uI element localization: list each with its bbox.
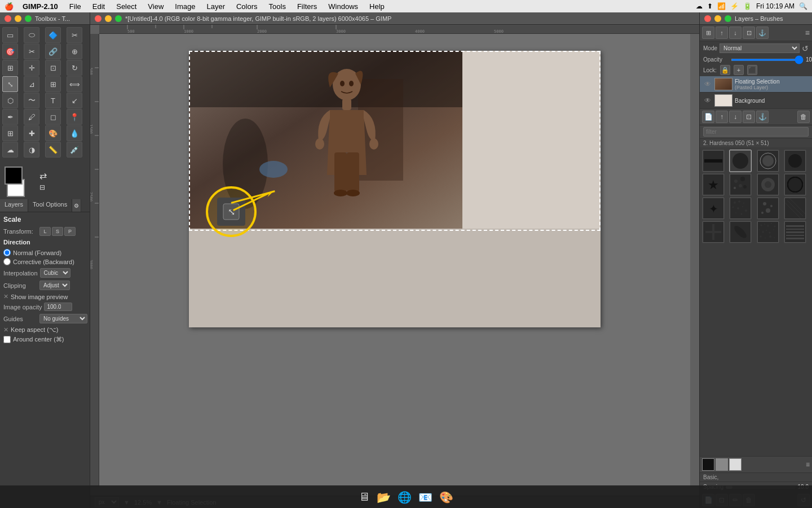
dock-item-2[interactable]: 📂 xyxy=(377,491,391,504)
mode-select[interactable]: Normal Multiply Screen xyxy=(720,43,800,53)
brush-item-1[interactable] xyxy=(702,150,725,172)
tool-warp-transform[interactable]: 〜 xyxy=(24,93,39,108)
transform-path-btn[interactable]: P xyxy=(64,227,76,236)
tool-smudge[interactable]: ☁ xyxy=(2,142,18,157)
new-layer-btn[interactable]: 📄 xyxy=(702,111,714,123)
spotlight-icon[interactable]: 🔍 xyxy=(799,2,807,10)
tool-pencil[interactable]: ✒ xyxy=(2,109,18,125)
tool-free-select[interactable]: 🔷 xyxy=(45,27,61,43)
layer-visibility-background[interactable]: 👁 xyxy=(703,96,712,105)
minimize-button[interactable] xyxy=(15,15,21,22)
brush-item-3[interactable] xyxy=(757,150,779,172)
duplicate-layer-action-btn[interactable]: ⊡ xyxy=(743,111,755,123)
keep-aspect-row[interactable]: ✕ Keep aspect (⌥) xyxy=(3,326,86,334)
select-menu[interactable]: Select xyxy=(114,2,139,11)
bg-color-swatch-right[interactable] xyxy=(729,458,742,471)
opacity-slider[interactable] xyxy=(731,59,804,61)
brushes-filter-input[interactable] xyxy=(703,127,809,137)
dock-item-4[interactable]: 📧 xyxy=(418,491,433,504)
apple-menu[interactable]: 🍎 xyxy=(5,2,14,11)
tool-crop[interactable]: ⊡ xyxy=(45,60,61,76)
canvas-area[interactable]: 500 1000 2000 3000 4000 5000 xyxy=(90,25,699,496)
clipping-select[interactable]: Adjust Clip xyxy=(39,281,70,290)
tool-fuzzy-border[interactable]: ⊕ xyxy=(67,43,82,59)
anchor-layer-btn[interactable]: ⚓ xyxy=(756,27,769,39)
tool-flip[interactable]: ⟺ xyxy=(67,76,82,92)
tool-text[interactable]: T xyxy=(45,93,61,108)
tool-scale[interactable]: ⤡ xyxy=(2,76,18,92)
anchor-layer-action-btn[interactable]: ⚓ xyxy=(756,111,769,123)
reset-colors-icon[interactable]: ⊟ xyxy=(39,183,47,191)
brush-item-10[interactable] xyxy=(729,197,752,220)
dock-item-gimp[interactable]: 🎨 xyxy=(439,491,453,504)
swap-colors-icon[interactable]: ⇄ xyxy=(39,170,47,181)
right-panel-maximize[interactable] xyxy=(725,15,731,22)
direction-normal-row[interactable]: Normal (Forward) xyxy=(3,249,74,256)
colors-menu[interactable]: Colors xyxy=(234,2,260,11)
canvas-minimize-button[interactable] xyxy=(105,15,112,22)
brush-item-8[interactable] xyxy=(784,173,806,196)
tool-paintbrush[interactable]: 🖊 xyxy=(24,109,39,125)
close-button[interactable] xyxy=(5,15,11,22)
dock-item-1[interactable]: 🖥 xyxy=(359,491,370,503)
tool-ellipse-select[interactable]: ⬭ xyxy=(24,27,39,43)
tool-heal[interactable]: ✚ xyxy=(24,125,39,141)
help-menu[interactable]: Help xyxy=(367,2,387,11)
image-menu[interactable]: Image xyxy=(173,2,197,11)
tool-hand[interactable]: ↙ xyxy=(67,93,82,108)
tool-move[interactable]: ✛ xyxy=(24,60,39,76)
tool-perspective[interactable]: ⊞ xyxy=(45,76,61,92)
tool-rotate[interactable]: ↻ xyxy=(67,60,82,76)
tool-dodge-burn[interactable]: ◑ xyxy=(24,142,39,157)
mode-reset-btn[interactable]: ↺ xyxy=(802,44,809,53)
tool-blur-sharpen[interactable]: 💧 xyxy=(67,125,82,141)
tool-shear[interactable]: ⊿ xyxy=(24,76,39,92)
lower-layer-btn[interactable]: ↓ xyxy=(729,27,742,39)
brush-item-12[interactable] xyxy=(784,197,806,220)
file-menu[interactable]: File xyxy=(67,2,83,11)
layer-item-floating[interactable]: 👁 Floating Selection (Paste xyxy=(700,76,812,93)
brush-item-14[interactable] xyxy=(729,221,752,243)
dock-item-3[interactable]: 🌐 xyxy=(398,491,412,504)
tool-scissors[interactable]: ✂ xyxy=(24,43,39,59)
brushes-menu-btn[interactable]: ≡ xyxy=(806,461,810,468)
image-opacity-input[interactable] xyxy=(44,303,72,311)
panel-options-button[interactable]: ⚙ xyxy=(72,199,81,212)
layer-item-background[interactable]: 👁 Background xyxy=(700,93,812,109)
brush-item-7[interactable] xyxy=(757,173,779,196)
canvas-content[interactable]: ⤡ xyxy=(99,34,690,487)
canvas-close-button[interactable] xyxy=(95,15,102,22)
tab-tool-options[interactable]: Tool Options xyxy=(28,199,72,212)
tool-by-color-select[interactable]: 🎯 xyxy=(2,43,18,59)
tool-measure[interactable]: 📏 xyxy=(45,142,61,157)
edit-menu[interactable]: Edit xyxy=(90,2,107,11)
tool-rect-select[interactable]: ▭ xyxy=(2,27,18,43)
brush-item-5[interactable]: ★ xyxy=(702,173,725,196)
maximize-button[interactable] xyxy=(25,15,32,22)
filters-menu[interactable]: Filters xyxy=(295,2,319,11)
delete-layer-btn[interactable]: 🗑 xyxy=(797,111,810,123)
tab-layers[interactable]: Layers xyxy=(0,199,28,212)
duplicate-layer-btn[interactable]: ⊡ xyxy=(743,27,755,39)
show-preview-row[interactable]: ✕ Show image preview xyxy=(3,293,86,300)
tool-eraser[interactable]: ◻ xyxy=(45,109,61,125)
tools-menu[interactable]: Tools xyxy=(267,2,288,11)
brush-item-6[interactable] xyxy=(729,173,752,196)
transform-layer-btn[interactable]: L xyxy=(39,227,51,236)
around-center-row[interactable]: Around center (⌘) xyxy=(3,336,86,343)
lower-layer-action-btn[interactable]: ↓ xyxy=(729,111,742,123)
tool-fuzzy-select[interactable]: ✂ xyxy=(67,27,82,43)
app-name-menu[interactable]: GIMP-2.10 xyxy=(20,2,60,11)
layer-menu[interactable]: Layer xyxy=(204,2,227,11)
transform-selection-btn[interactable]: S xyxy=(52,227,63,236)
interpolation-select[interactable]: Cubic None Linear xyxy=(40,268,70,278)
fg-color-swatch-right[interactable] xyxy=(702,458,714,471)
raise-layer-action-btn[interactable]: ↑ xyxy=(716,111,728,123)
mid-color-swatch-right[interactable] xyxy=(716,458,728,471)
direction-normal-radio[interactable] xyxy=(3,249,11,256)
new-layer-group-btn[interactable]: ⊞ xyxy=(702,27,714,39)
tool-foreground-select[interactable]: 🔗 xyxy=(45,43,61,59)
view-menu[interactable]: View xyxy=(145,2,166,11)
direction-corrective-row[interactable]: Corrective (Backward) xyxy=(3,258,74,265)
brush-item-15[interactable] xyxy=(757,221,779,243)
